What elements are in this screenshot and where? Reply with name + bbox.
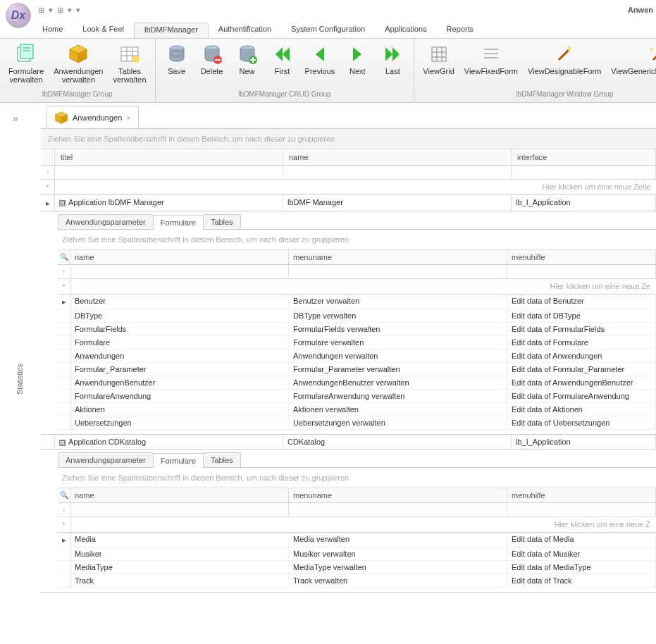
cell-menuhilfe[interactable]: Edit data of Aktionen	[507, 403, 656, 416]
table-row[interactable]: Track Track verwalten Edit data of Track	[58, 574, 656, 588]
last-button[interactable]: Last	[376, 42, 409, 77]
sub-filter-row[interactable]: ♀	[58, 265, 656, 279]
qat-dropdown2-icon[interactable]: ▾	[68, 6, 72, 15]
cell-name[interactable]: lbDMF Manager	[283, 195, 512, 211]
cell-menuname[interactable]: Media verwalten	[289, 533, 507, 547]
cell-name[interactable]: Formular_Parameter	[70, 363, 289, 376]
cell-menuname[interactable]: FormulareAnwendung verwalten	[289, 390, 507, 402]
cell-menuname[interactable]: DBType verwalten	[289, 309, 507, 322]
detail-tab-formulare[interactable]: Formulare	[153, 453, 204, 468]
search-icon[interactable]: 🔍	[58, 488, 70, 502]
sidebar-toggle-icon[interactable]: »	[13, 113, 18, 124]
cell-name[interactable]: FormularFields	[70, 323, 289, 335]
cell-menuhilfe[interactable]: Edit data of Track	[507, 574, 656, 587]
table-row[interactable]: Aktionen Aktionen verwalten Edit data of…	[58, 403, 656, 416]
cell-menuname[interactable]: Uebersetzungen verwalten	[289, 416, 507, 429]
cell-name[interactable]: Anwendungen	[70, 349, 289, 362]
qat-grid-icon[interactable]: ⊞	[38, 6, 44, 15]
cell-menuname[interactable]: Aktionen verwalten	[289, 403, 507, 416]
cell-menuname[interactable]: Anwendungen verwalten	[289, 349, 507, 362]
col-menuname[interactable]: menuname	[289, 488, 507, 502]
new-button[interactable]: New	[230, 42, 264, 77]
search-icon[interactable]: 🔍	[58, 250, 70, 264]
viewdesignableform-button[interactable]: ViewDesignableForm	[524, 42, 605, 77]
cell-titel[interactable]: ⊟Application CDKatalog	[55, 435, 283, 449]
cell-name[interactable]: Formulare	[70, 336, 289, 349]
cell-name[interactable]: DBType	[70, 309, 289, 322]
ribbon-tab-look-feel[interactable]: Look & Feel	[73, 23, 134, 38]
cell-name[interactable]: MediaType	[70, 561, 289, 574]
detail-tab-anwendungsparameter[interactable]: Anwendungsparameter	[58, 452, 154, 467]
app-logo[interactable]: Dx	[6, 3, 31, 28]
tables-verwalten-button[interactable]: Tablesverwalten	[109, 42, 150, 85]
cell-menuhilfe[interactable]: Edit data of AnwendungenBenutzer	[507, 376, 656, 389]
table-row[interactable]: DBType DBType verwalten Edit data of DBT…	[58, 309, 656, 323]
app-row[interactable]: ⊟Application CDKatalog CDKatalog lb_I_Ap…	[41, 435, 656, 450]
filter-name[interactable]	[283, 166, 512, 179]
col-titel[interactable]: titel	[55, 149, 283, 165]
group-by-hint[interactable]: Ziehen Sie eine Spaltenüberschrift in di…	[41, 129, 656, 149]
cell-menuhilfe[interactable]: Edit data of Formulare	[507, 336, 656, 349]
ribbon-tab-lbdmfmanager[interactable]: lbDMFManager	[134, 23, 209, 38]
cell-menuname[interactable]: Benutzer verwalten	[289, 295, 507, 309]
cell-titel[interactable]: ⊟Application lbDMF Manager	[55, 195, 283, 211]
filter-interface[interactable]	[512, 166, 656, 179]
cell-name[interactable]: Benutzer	[70, 295, 289, 309]
app-row[interactable]: ▸ ⊟Application lbDMF Manager lbDMF Manag…	[41, 195, 656, 211]
anwendungen-verwalten-button[interactable]: Anwendungenverwalten	[49, 42, 107, 85]
cell-menuhilfe[interactable]: Edit data of FormularFields	[507, 323, 656, 335]
cell-name[interactable]: CDKatalog	[283, 435, 512, 449]
table-row[interactable]: Musiker Musiker verwalten Edit data of M…	[58, 547, 656, 561]
collapse-icon[interactable]: ⊟	[59, 440, 66, 446]
cell-menuhilfe[interactable]: Edit data of Formular_Parameter	[507, 363, 656, 376]
cell-menuhilfe[interactable]: Edit data of Musiker	[507, 547, 656, 560]
viewgrid-button[interactable]: ViewGrid	[419, 42, 458, 77]
table-row[interactable]: Uebersetzungen Uebersetzungen verwalten …	[58, 416, 656, 430]
collapse-icon[interactable]: ⊟	[59, 200, 66, 206]
cell-name[interactable]: AnwendungenBenutzer	[70, 376, 289, 389]
col-menuhilfe[interactable]: menuhilfe	[507, 488, 656, 502]
cell-menuhilfe[interactable]: Edit data of MediaType	[507, 561, 656, 574]
qat-grid2-icon[interactable]: ⊞	[57, 6, 63, 15]
statistics-panel-label[interactable]: Statistics	[16, 364, 24, 395]
viewfixedform-button[interactable]: ViewFixedForm	[460, 42, 522, 77]
cell-menuhilfe[interactable]: Edit data of FormulareAnwendung	[507, 390, 656, 402]
cell-menuname[interactable]: FormularFields verwalten	[289, 323, 507, 335]
table-row[interactable]: AnwendungenBenutzer AnwendungenBenutzer …	[58, 376, 656, 390]
cell-menuname[interactable]: Formular_Parameter verwalten	[289, 363, 507, 376]
close-icon[interactable]: ×	[126, 113, 130, 122]
previous-button[interactable]: Previous	[301, 42, 340, 77]
cell-menuhilfe[interactable]: Edit data of Anwendungen	[507, 349, 656, 362]
table-row[interactable]: ▸ Benutzer Benutzer verwalten Edit data …	[58, 295, 656, 309]
table-row[interactable]: Formular_Parameter Formular_Parameter ve…	[58, 363, 656, 376]
cell-menuhilfe[interactable]: Edit data of Benutzer	[507, 295, 656, 309]
table-row[interactable]: FormularFields FormularFields verwalten …	[58, 323, 656, 336]
cell-name[interactable]: Musiker	[70, 547, 289, 560]
next-button[interactable]: Next	[340, 42, 374, 77]
cell-menuhilfe[interactable]: Edit data of Uebersetzungen	[507, 416, 656, 429]
new-row[interactable]: * Hier klicken um eine neue Zeile	[41, 180, 656, 195]
table-row[interactable]: FormulareAnwendung FormulareAnwendung ve…	[58, 390, 656, 403]
table-row[interactable]: Formulare Formulare verwalten Edit data …	[58, 336, 656, 349]
cell-interface[interactable]: lb_I_Application	[512, 195, 656, 211]
formulare-verwalten-button[interactable]: Formulareverwalten	[4, 42, 48, 85]
cell-menuname[interactable]: Formulare verwalten	[289, 336, 507, 349]
ribbon-tab-applications[interactable]: Applications	[375, 23, 436, 38]
detail-tab-tables[interactable]: Tables	[203, 452, 241, 467]
first-button[interactable]: First	[266, 42, 299, 77]
cell-name[interactable]: Aktionen	[70, 403, 289, 416]
col-name[interactable]: name	[283, 149, 512, 165]
col-interface[interactable]: interface	[512, 149, 656, 165]
sub-filter-row[interactable]: ♀	[58, 503, 656, 517]
table-row[interactable]: Anwendungen Anwendungen verwalten Edit d…	[58, 349, 656, 363]
cell-interface[interactable]: lb_I_Application	[512, 435, 656, 449]
ribbon-tab-home[interactable]: Home	[32, 23, 73, 38]
col-menuhilfe[interactable]: menuhilfe	[507, 250, 656, 264]
delete-button[interactable]: Delete	[195, 42, 229, 77]
ribbon-tab-authentification[interactable]: Authentification	[209, 23, 281, 38]
sub-new-row[interactable]: * Hier klicken um eine neue Z	[58, 517, 656, 533]
cell-menuname[interactable]: Musiker verwalten	[289, 547, 507, 560]
detail-tab-formulare[interactable]: Formulare	[153, 215, 204, 230]
cell-menuhilfe[interactable]: Edit data of Media	[507, 533, 656, 547]
cell-menuname[interactable]: MediaType verwalten	[289, 561, 507, 574]
